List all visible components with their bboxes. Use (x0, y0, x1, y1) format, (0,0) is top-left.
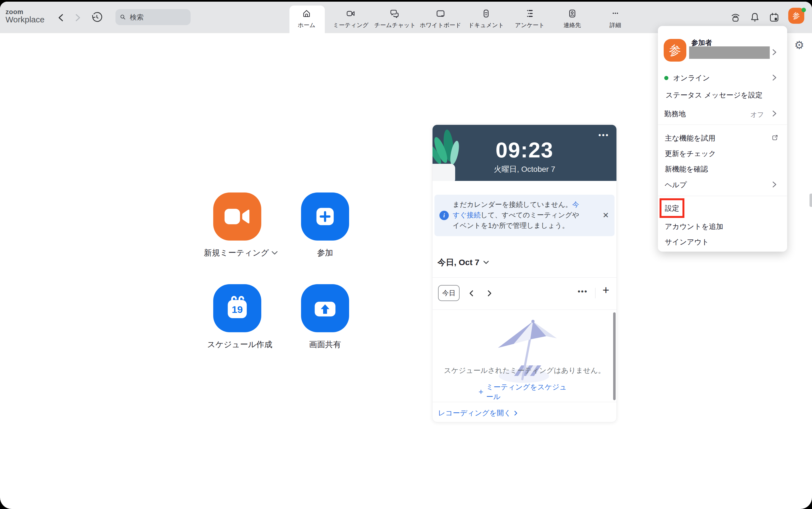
tab-label: ホワイトボード (420, 21, 461, 29)
svg-text:19: 19 (232, 304, 243, 315)
tab-home[interactable]: ホーム (286, 2, 327, 33)
menu-item-set-status-message[interactable]: ステータス メッセージを設定 (666, 91, 763, 99)
menu-item-whats-new[interactable]: 新機能を確認 (665, 165, 708, 173)
connect-now-link[interactable]: すぐ接続 (453, 211, 481, 219)
menu-item-add-account[interactable]: アカウントを追加 (665, 222, 723, 231)
banner-close-button[interactable]: ✕ (603, 211, 609, 220)
chat-bubbles-icon (390, 9, 400, 18)
history-icon (91, 11, 102, 23)
menu-avatar: 参 (664, 39, 686, 62)
chevron-right-icon (772, 181, 777, 188)
menu-item-status[interactable]: オンライン (673, 73, 710, 82)
join-plus-icon (311, 203, 339, 230)
video-camera-filled-icon (223, 206, 251, 227)
new-meeting-label[interactable]: 新規ミーティング (204, 247, 278, 259)
clock-card-more-button[interactable]: ••• (599, 131, 609, 139)
info-icon: i (439, 211, 449, 220)
calendar-button[interactable] (768, 11, 780, 23)
today-button[interactable]: 今日 (438, 285, 460, 301)
new-meeting-button[interactable] (213, 193, 261, 241)
clock-date: 火曜日, October 7 (433, 164, 616, 174)
document-icon (481, 9, 491, 18)
calendar-scrollbar[interactable] (613, 312, 616, 400)
connect-to-device-button[interactable] (730, 11, 741, 23)
schedule-label[interactable]: スケジュール作成 (207, 339, 272, 350)
chevron-down-icon (272, 251, 278, 255)
tab-meetings[interactable]: ミーティング (330, 2, 371, 33)
chevron-right-icon (772, 74, 777, 81)
logo-zoom: zoom (5, 8, 44, 15)
search-box[interactable] (115, 9, 191, 25)
external-link-icon (771, 134, 778, 141)
work-location-value: オフ (750, 110, 764, 119)
clock-card-header: 09:23 火曜日, October 7 ••• (433, 125, 616, 181)
menu-item-work-location[interactable]: 勤務地 (664, 109, 686, 118)
profile-name[interactable]: 参加者 (691, 38, 712, 47)
close-icon: ✕ (603, 211, 609, 219)
join-button[interactable] (301, 193, 349, 241)
tab-label: アンケート (515, 21, 545, 29)
home-settings-gear-button[interactable]: ⚙ (794, 39, 804, 52)
schedule-meeting-link[interactable]: + ミーティングをスケジュール (479, 382, 571, 402)
open-recordings-link[interactable]: レコーディングを開く (438, 408, 517, 418)
more-horizontal-icon (611, 9, 620, 18)
menu-item-try-features[interactable]: 主な機能を試用 (665, 134, 715, 142)
survey-list-icon (525, 9, 534, 18)
schedule-button[interactable]: 19 (213, 284, 261, 332)
tab-label: ドキュメント (468, 21, 504, 29)
menu-item-check-updates[interactable]: 更新をチェック (665, 149, 716, 158)
tab-label: チームチャット (374, 21, 416, 29)
prev-day-button[interactable] (466, 288, 476, 298)
screen: zoom Workplace (0, 0, 812, 509)
video-camera-icon (346, 9, 356, 18)
menu-item-sign-out[interactable]: サインアウト (665, 238, 709, 246)
tab-label: ホーム (298, 21, 315, 29)
presence-dot (802, 8, 806, 12)
calendar-icon (769, 12, 780, 23)
banner-text: まだカレンダーを接続していません。今 すぐ接続して、すべてのミーティングや イベ… (453, 199, 588, 231)
profile-dropdown-menu: 参 参加者 オンライン ステータス メッセージを設定 勤務地 オフ 主な機能を試… (658, 26, 787, 251)
tab-more[interactable]: 詳細 (595, 2, 636, 33)
divider (433, 402, 616, 402)
contact-card-icon (568, 9, 577, 18)
gear-icon: ⚙ (794, 39, 804, 51)
tab-surveys[interactable]: アンケート (509, 2, 550, 33)
tab-contacts[interactable]: 連絡先 (551, 2, 593, 33)
add-event-button[interactable]: + (602, 284, 609, 296)
calendar-19-icon: 19 (224, 295, 251, 322)
menu-item-help[interactable]: ヘルプ (665, 180, 687, 189)
join-label[interactable]: 参加 (317, 247, 333, 259)
more-horizontal-icon: ••• (599, 131, 609, 139)
tab-whiteboard[interactable]: ホワイトボード (420, 2, 461, 33)
plus-icon: + (602, 284, 609, 297)
bell-icon (749, 12, 760, 23)
menu-divider (658, 125, 787, 125)
plus-icon: + (479, 387, 484, 397)
nav-forward-button[interactable] (72, 12, 83, 23)
next-day-button[interactable] (484, 288, 495, 298)
tab-team-chat[interactable]: チームチャット (374, 2, 416, 33)
calendar-more-button[interactable]: ••• (578, 287, 588, 296)
history-button[interactable] (91, 11, 102, 23)
share-to-room-icon (730, 12, 741, 23)
window-edge-artifact (810, 194, 812, 207)
share-screen-button[interactable] (301, 284, 349, 332)
chevron-right-icon (488, 291, 491, 296)
nav-back-button[interactable] (55, 12, 66, 23)
search-input[interactable] (129, 13, 187, 22)
notifications-button[interactable] (749, 11, 760, 23)
today-date-header[interactable]: 今日, Oct 7 (438, 257, 489, 268)
clock-time: 09:23 (433, 138, 616, 163)
settings-highlight-annotation (659, 198, 684, 218)
share-screen-label[interactable]: 画面共有 (309, 339, 341, 350)
toolbar-divider (595, 288, 596, 298)
tab-label: 詳細 (610, 21, 621, 29)
connect-now-link[interactable]: 今 (572, 201, 579, 208)
chevron-down-icon (483, 261, 489, 264)
whiteboard-icon (436, 9, 445, 18)
tab-docs[interactable]: ドキュメント (465, 2, 507, 33)
avatar-initial: 参 (669, 42, 681, 59)
no-meetings-message: スケジュールされたミーティングはありません。 (433, 366, 616, 375)
tab-label: 連絡先 (564, 21, 581, 29)
avatar-initial: 参 (793, 11, 800, 21)
